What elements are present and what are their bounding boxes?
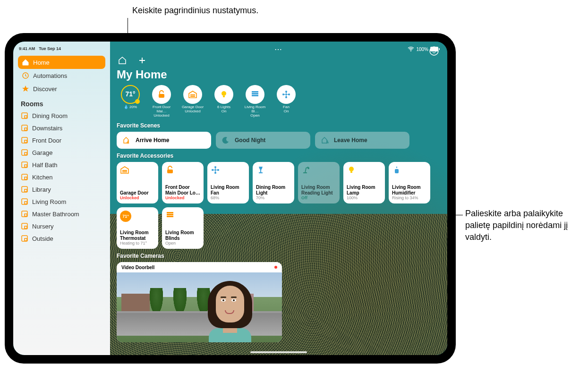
svg-rect-22	[25, 238, 27, 241]
blinds-icon	[165, 211, 176, 220]
person-in-camera	[204, 281, 256, 342]
status-bar: 9:41 AM Tue Sep 14	[18, 45, 105, 56]
accessory-name: Living Room Reading Light	[301, 185, 336, 195]
scene-arrive-home[interactable]: Arrive Home	[117, 132, 211, 149]
sidebar-room-downstairs[interactable]: Downstairs	[18, 122, 105, 134]
sidebar-nav-home[interactable]: Home	[18, 56, 105, 69]
house-icon	[22, 59, 29, 66]
sidebar-room-half-bath[interactable]: Half Bath	[18, 159, 105, 171]
sidebar-room-outside[interactable]: Outside	[18, 232, 105, 245]
person-arrive-icon	[122, 136, 131, 144]
callout-right: Palieskite arba palaikykite palietę papi…	[465, 208, 583, 244]
status-circle-lock-open[interactable]: Front Door Mai…Unlocked	[148, 85, 175, 118]
status-circle-blinds[interactable]: Living Room Bl…Open	[241, 85, 269, 118]
room-icon	[21, 235, 28, 242]
add-button[interactable]	[136, 55, 148, 66]
scene-leave-home[interactable]: Leave Home	[315, 132, 409, 149]
scene-good-night[interactable]: Good Night	[216, 132, 310, 149]
accessory-tile-living-room-lamp[interactable]: Living Room Lamp100%	[343, 162, 385, 203]
svg-rect-50	[167, 216, 173, 217]
accessory-tile-front-door-main-door-lo[interactable]: Front Door Main Door Lo…Unlocked	[162, 162, 204, 203]
sidebar-room-master-bathroom[interactable]: Master Bathroom	[18, 208, 105, 220]
room-label: Kitchen	[32, 174, 52, 181]
accessory-name: Living Room Lamp	[347, 185, 382, 195]
lock-open-icon	[157, 90, 166, 99]
svg-rect-31	[223, 96, 225, 97]
humidifier-icon	[392, 165, 402, 175]
sidebar-room-dining-room[interactable]: Dining Room	[18, 110, 105, 122]
ipad-frame: 9:41 AM Tue Sep 14 HomeAutomationsDiscov…	[5, 33, 456, 364]
status-circle-bulb[interactable]: 6 LightsOn	[210, 85, 238, 118]
svg-rect-38	[122, 170, 127, 171]
svg-rect-18	[25, 214, 27, 216]
room-label: Half Bath	[32, 161, 57, 169]
sidebar-room-library[interactable]: Library	[18, 183, 105, 195]
accessory-tile-living-room-humidifier[interactable]: Living Room HumidifierRising to 34%	[389, 162, 430, 203]
accessory-tile-living-room-thermostat[interactable]: 71°Living Room ThermostatHeating to 71°	[117, 207, 158, 249]
accessory-tile-living-room-reading-light[interactable]: Living Room Reading LightOff	[298, 162, 340, 203]
svg-rect-32	[252, 91, 258, 93]
svg-point-44	[307, 167, 309, 169]
room-icon	[21, 161, 28, 169]
thermostat-icon: 71°	[120, 211, 131, 222]
more-icon[interactable]: ⋯	[274, 45, 283, 54]
recording-indicator-icon	[274, 266, 277, 269]
status-circle-fan[interactable]: FanOn	[273, 85, 300, 118]
favorite-scenes-heading: Favorite Scenes	[117, 122, 441, 129]
accessory-status: Open	[165, 241, 200, 246]
accessory-tile-dining-room-light[interactable]: Dining Room Light70%	[253, 162, 294, 203]
room-label: Living Room	[32, 198, 66, 205]
svg-rect-39	[122, 171, 127, 172]
svg-point-41	[214, 169, 216, 171]
accessory-tile-living-room-fan[interactable]: Living Room Fan68%	[207, 162, 249, 203]
sidebar-room-kitchen[interactable]: Kitchen	[18, 171, 105, 183]
room-label: Garage	[32, 149, 52, 156]
scene-label: Good Night	[235, 137, 265, 144]
sun-icon	[135, 99, 140, 104]
svg-rect-14	[25, 189, 27, 192]
svg-rect-29	[190, 96, 195, 97]
room-icon	[21, 186, 28, 193]
svg-point-45	[349, 167, 354, 171]
bulb-icon	[347, 165, 357, 175]
accessory-name: Living Room Blinds	[165, 230, 200, 241]
intercom-button[interactable]	[428, 45, 440, 57]
accessory-status: Unlocked	[165, 195, 200, 200]
star-icon	[22, 85, 29, 93]
page-title: My Home	[117, 68, 441, 81]
garage-icon	[188, 90, 197, 99]
svg-rect-46	[350, 171, 352, 173]
svg-rect-42	[260, 170, 261, 172]
room-label: Front Door	[32, 137, 61, 144]
camera-tile[interactable]: Video Doorbell	[117, 262, 282, 342]
svg-rect-8	[25, 153, 27, 155]
accessory-status: 70%	[256, 195, 291, 200]
home-settings-button[interactable]	[117, 55, 128, 66]
lock-open-icon	[165, 165, 176, 175]
fan-icon	[211, 165, 221, 175]
room-icon	[21, 136, 28, 144]
camera-title: Video Doorbell	[121, 265, 154, 270]
moon-icon	[222, 136, 230, 144]
status-circle-garage[interactable]: Garage DoorUnlocked	[179, 85, 206, 118]
wifi-icon	[408, 47, 414, 51]
room-label: Master Bathroom	[32, 211, 79, 218]
svg-point-23	[410, 51, 411, 51]
svg-point-26	[430, 47, 438, 55]
home-indicator[interactable]	[250, 351, 307, 353]
accessory-tile-living-room-blinds[interactable]: Living Room BlindsOpen	[162, 207, 204, 249]
sidebar-nav-discover[interactable]: Discover	[18, 82, 105, 95]
blinds-icon	[250, 90, 260, 99]
favorite-accessories-heading: Favorite Accessories	[117, 153, 441, 159]
sidebar-room-nursery[interactable]: Nursery	[18, 220, 105, 232]
svg-rect-2	[25, 116, 27, 118]
ipad-screen: 9:41 AM Tue Sep 14 HomeAutomationsDiscov…	[13, 42, 447, 355]
sidebar-room-front-door[interactable]: Front Door	[18, 134, 105, 146]
sidebar-room-living-room[interactable]: Living Room	[18, 195, 105, 208]
svg-rect-12	[25, 177, 27, 179]
weather-summary[interactable]: 71° 💧 20%	[117, 85, 144, 118]
accessory-tile-garage-door[interactable]: Garage DoorUnlocked	[117, 162, 158, 203]
sidebar-nav-automations[interactable]: Automations	[18, 69, 105, 82]
room-icon	[21, 210, 28, 218]
sidebar-room-garage[interactable]: Garage	[18, 146, 105, 159]
